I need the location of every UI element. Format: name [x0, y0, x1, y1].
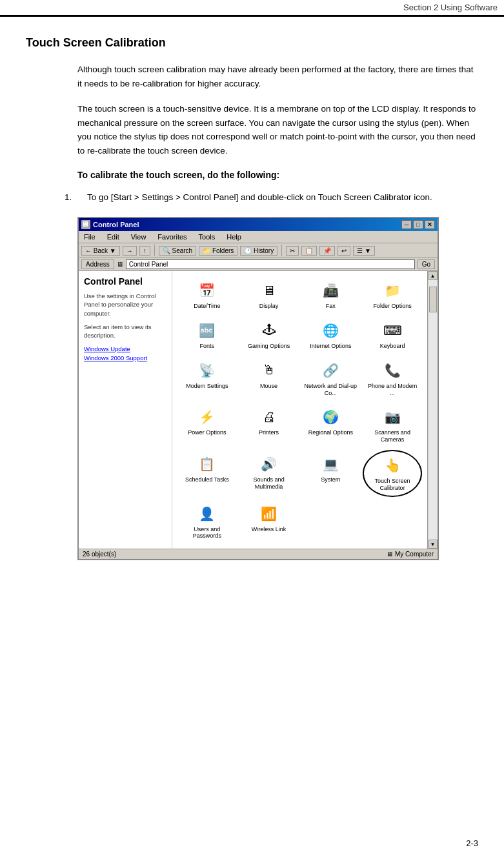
gaming-options-icon: 🕹	[259, 320, 279, 341]
sounds-multimedia-label: Sounds and Multimedia	[242, 476, 296, 491]
scroll-down-arrow[interactable]: ▼	[428, 540, 438, 549]
history-button[interactable]: 🕐 History	[240, 246, 277, 256]
step-1: 1. To go [Start > Settings > Control Pan…	[65, 190, 478, 205]
instruction-heading: To calibrate the touch screen, do the fo…	[77, 170, 478, 180]
forward-button[interactable]: →	[123, 246, 137, 256]
icon-item-touch-screen-calibrator[interactable]: 👆Touch Screen Calibrator	[363, 450, 422, 497]
toolbar-separator-2	[281, 245, 282, 256]
toolbar-separator-1	[154, 245, 155, 256]
menu-edit[interactable]: Edit	[105, 232, 122, 241]
fonts-label: Fonts	[200, 343, 215, 350]
chapter-title: Touch Screen Calibration	[26, 36, 478, 50]
back-button[interactable]: ← Back ▼	[81, 246, 120, 256]
icon-item-fax[interactable]: 📠Fax	[301, 276, 361, 314]
icon-item-modem-settings[interactable]: 📡Modem Settings	[177, 356, 237, 401]
address-icon: 🖥	[117, 261, 123, 268]
statusbar-count: 26 object(s)	[83, 551, 116, 558]
icon-item-network-dialup[interactable]: 🔗Network and Dial-up Co...	[301, 356, 361, 401]
phone-modem-icon: 📞	[382, 360, 403, 381]
wireless-link-icon: 📶	[259, 503, 279, 524]
sidebar-panel-title: Control Panel	[84, 276, 166, 287]
icon-item-keyboard[interactable]: ⌨Keyboard	[363, 316, 422, 354]
power-options-icon: ⚡	[197, 407, 217, 427]
icon-item-users-passwords[interactable]: 👤Users and Passwords	[177, 500, 237, 544]
system-label: System	[321, 476, 340, 483]
power-options-label: Power Options	[188, 429, 226, 436]
window-icon: 🖥	[81, 220, 90, 229]
icon-item-phone-modem[interactable]: 📞Phone and Modem ...	[363, 356, 422, 401]
date-time-icon: 📅	[197, 280, 217, 301]
scheduled-tasks-icon: 📋	[197, 454, 217, 474]
mouse-icon: 🖱	[259, 360, 279, 381]
network-dialup-label: Network and Dial-up Co...	[304, 383, 358, 397]
date-time-label: Date/Time	[194, 303, 220, 310]
icon-item-date-time[interactable]: 📅Date/Time	[177, 276, 237, 314]
users-passwords-icon: 👤	[197, 503, 217, 524]
scroll-track[interactable]	[428, 280, 438, 540]
network-dialup-icon: 🔗	[320, 360, 341, 381]
printers-icon: 🖨	[259, 407, 279, 427]
main-content-area: Control Panel Use the settings in Contro…	[79, 271, 438, 549]
icon-item-sounds-multimedia[interactable]: 🔊Sounds and Multimedia	[239, 450, 299, 497]
keyboard-label: Keyboard	[380, 343, 405, 350]
windows-update-link[interactable]: Windows Update	[84, 345, 166, 352]
icon-item-fonts[interactable]: 🔤Fonts	[177, 316, 237, 354]
printers-label: Printers	[259, 429, 279, 436]
menu-tools[interactable]: Tools	[196, 232, 218, 241]
icons-grid: 📅Date/Time🖥Display📠Fax📁Folder Options🔤Fo…	[177, 276, 422, 543]
icon-item-printers[interactable]: 🖨Printers	[239, 403, 299, 447]
icon-item-scheduled-tasks[interactable]: 📋Scheduled Tasks	[177, 450, 237, 497]
menu-favorites[interactable]: Favorites	[155, 232, 189, 241]
scanners-cameras-label: Scanners and Cameras	[365, 429, 419, 443]
icon-item-system[interactable]: 💻System	[301, 450, 361, 497]
scroll-thumb[interactable]	[429, 287, 437, 312]
icon-item-display[interactable]: 🖥Display	[239, 276, 299, 314]
menu-bar: File Edit View Favorites Tools Help	[79, 231, 438, 243]
fonts-icon: 🔤	[197, 320, 217, 341]
window-sidebar: Control Panel Use the settings in Contro…	[79, 271, 172, 549]
address-label: Address	[81, 259, 114, 269]
undo-button[interactable]: ↩	[338, 246, 350, 256]
menu-file[interactable]: File	[81, 232, 98, 241]
scroll-up-arrow[interactable]: ▲	[428, 271, 438, 280]
titlebar-left: 🖥 Control Panel	[81, 220, 139, 229]
scheduled-tasks-label: Scheduled Tasks	[185, 476, 229, 483]
system-icon: 💻	[320, 454, 341, 474]
windows-support-link[interactable]: Windows 2000 Support	[84, 354, 166, 361]
go-button[interactable]: Go	[418, 259, 435, 269]
window-title: Control Panel	[93, 221, 139, 228]
views-button[interactable]: ☰ ▼	[353, 246, 375, 256]
address-input[interactable]: Control Panel	[126, 259, 415, 269]
gaming-options-label: Gaming Options	[248, 343, 290, 350]
minimize-button[interactable]: ─	[401, 220, 412, 229]
titlebar: 🖥 Control Panel ─ □ ✕	[79, 218, 438, 231]
sounds-multimedia-icon: 🔊	[259, 454, 279, 474]
folders-button[interactable]: 📁 Folders	[199, 246, 237, 256]
paragraph-1: Although touch screen calibration may ha…	[77, 63, 478, 90]
scrollbar[interactable]: ▲ ▼	[427, 271, 438, 549]
touch-screen-calibrator-label: Touch Screen Calibrator	[367, 478, 418, 492]
icon-item-wireless-link[interactable]: 📶Wireless Link	[239, 500, 299, 544]
icon-item-gaming-options[interactable]: 🕹Gaming Options	[239, 316, 299, 354]
titlebar-buttons[interactable]: ─ □ ✕	[401, 220, 435, 229]
close-button[interactable]: ✕	[425, 220, 435, 229]
menu-view[interactable]: View	[128, 232, 149, 241]
address-bar: Address 🖥 Control Panel Go	[79, 258, 438, 271]
up-button[interactable]: ↑	[139, 246, 150, 256]
maximize-button[interactable]: □	[413, 220, 423, 229]
icon-item-regional-options[interactable]: 🌍Regional Options	[301, 403, 361, 447]
cut-button[interactable]: ✂	[286, 246, 299, 256]
folder-options-icon: 📁	[382, 280, 403, 301]
icon-item-power-options[interactable]: ⚡Power Options	[177, 403, 237, 447]
menu-help[interactable]: Help	[224, 232, 244, 241]
icon-item-scanners-cameras[interactable]: 📷Scanners and Cameras	[363, 403, 422, 447]
icon-item-folder-options[interactable]: 📁Folder Options	[363, 276, 422, 314]
regional-options-icon: 🌍	[320, 407, 341, 427]
search-button[interactable]: 🔍 Search	[159, 246, 196, 256]
icon-item-mouse[interactable]: 🖱Mouse	[239, 356, 299, 401]
page-content: Touch Screen Calibration Although touch …	[0, 17, 504, 586]
paste-button[interactable]: 📌	[319, 246, 335, 256]
icon-item-internet-options[interactable]: 🌐Internet Options	[301, 316, 361, 354]
copy-button[interactable]: 📋	[301, 246, 317, 256]
wireless-link-label: Wireless Link	[252, 526, 287, 533]
